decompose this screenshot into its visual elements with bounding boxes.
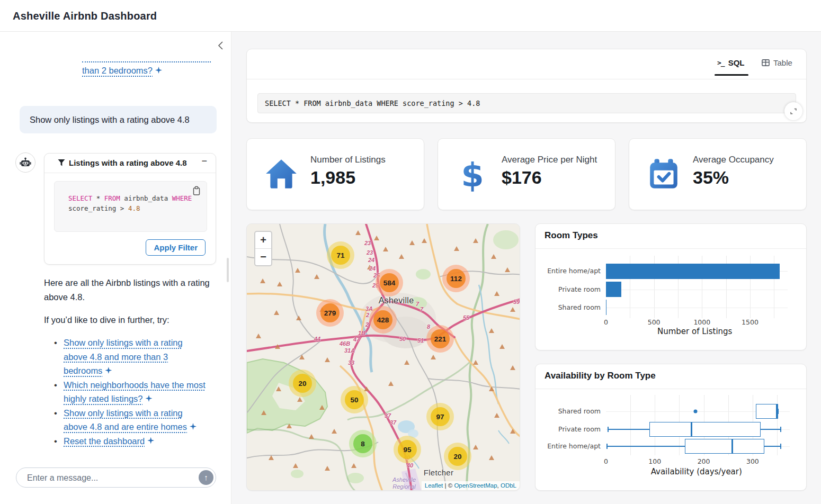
filter-result-card: Listings with a rating above 4.8 − SELEC… [44,153,216,265]
suggestion-link[interactable]: Which neighborhoods have the most highly… [64,380,206,404]
sql-query-text: SELECT * FROM airbnb_data WHERE score_ra… [68,193,192,213]
suggestion-link[interactable]: Show only listings with a rating above 4… [64,338,183,375]
filter-card-title: Listings with a rating above 4.8 [69,158,187,167]
suggestion-link-truncated[interactable]: than 2 bedrooms? [82,66,153,75]
clipboard-icon [192,186,201,196]
box-whisker [606,446,685,447]
cluster-marker-count: 50 [345,390,364,409]
airport-label: AshevilleRegionalAirport [392,476,416,491]
sql-panel: >_ SQL Table SELECT * FROM airbnb_data W… [246,49,807,123]
chevron-left-icon [216,40,227,51]
filter-card-header: Listings with a rating above 4.8 − [44,154,216,173]
axis-category-label: Private room [537,425,601,433]
tab-table[interactable]: Table [762,58,792,67]
axis-tick-label: 300 [746,457,759,465]
message-input[interactable] [26,468,187,488]
sql-keyword: FROM [104,194,120,202]
chat-scrollbar-thumb[interactable] [227,258,229,282]
cluster-marker-count: 95 [398,440,417,459]
expand-icon [789,107,798,115]
collapse-panel-button[interactable] [216,40,227,51]
stat-value: $176 [502,167,542,188]
route-shield-label: 37 [385,412,391,419]
route-shield-label: 23 [367,249,373,256]
sql-query-bar: SELECT * FROM airbnb_data WHERE score_ra… [257,93,796,113]
cluster-marker[interactable]: 584 [376,269,403,296]
cluster-marker-count: 584 [380,273,399,292]
cluster-marker-count: 20 [448,447,467,466]
stat-card-listings: Number of Listings 1,985 [246,138,424,210]
axis-tick-label: 200 [698,457,710,465]
dollar-icon: $ [455,157,490,192]
sql-code-block: SELECT * FROM airbnb_data WHERE score_ra… [54,181,207,232]
robot-icon [19,156,32,169]
copy-button[interactable] [192,186,201,198]
apply-filter-button[interactable]: Apply Filter [146,239,206,256]
cluster-marker[interactable]: 95 [394,436,421,463]
suggestion-list: Show only listings with a rating above 4… [53,336,212,448]
cluster-marker-count: 8 [353,434,372,453]
user-message-text: Show only listings with a rating above 4… [30,115,190,125]
outlier-point [693,410,697,413]
axis-category-label: Shared room [537,303,601,311]
cluster-marker[interactable]: 279 [316,299,344,327]
page-title: Asheville Airbnb Dashboard [13,0,157,32]
house-icon [264,157,299,192]
stat-value: 35% [693,167,729,188]
axis-tick-label: 500 [648,318,661,326]
map[interactable]: + − 2323242425253A221B444746B31A33505187… [246,223,520,491]
cluster-marker[interactable]: 8 [349,430,377,457]
bot-avatar [15,152,35,173]
cluster-marker[interactable]: 50 [341,386,368,413]
cluster-marker[interactable]: 428 [369,306,397,334]
osm-link[interactable]: OpenStreetMap [454,482,497,489]
send-button[interactable]: ↑ [199,470,213,485]
odbl-link[interactable]: ODbL [501,482,516,489]
list-item: Reset the dashboard [53,434,206,448]
route-shield-label: 44 [314,336,320,342]
calendar-check-icon [646,157,681,192]
cluster-marker[interactable]: 20 [289,370,316,397]
zoom-in-button[interactable]: + [255,232,271,248]
route-shield-label: 55 [463,314,469,321]
route-shield-label: 47 [353,336,360,343]
suggestion-link[interactable]: Reset the dashboard [64,436,145,446]
cluster-marker[interactable]: 221 [426,325,454,353]
user-message-bubble: Show only listings with a rating above 4… [20,106,217,133]
cluster-marker[interactable]: 20 [444,443,471,470]
message-input-wrapper: ↑ [16,467,216,488]
axis-tick-label: 0 [604,457,608,465]
arrow-up-icon: ↑ [204,473,208,482]
route-shield-label: 7 [420,306,423,312]
box-whisker [764,446,781,447]
truncated-suggestion: than 2 bedrooms? [82,61,211,76]
cluster-marker[interactable]: 71 [327,241,354,269]
leaflet-link[interactable]: Leaflet [425,482,443,489]
box-median [731,439,733,454]
sql-keyword: SELECT [68,194,92,202]
suggestion-link[interactable]: Show only listings with a rating above 4… [64,408,187,432]
collapse-card-button[interactable]: − [201,156,207,167]
route-shield-label: 50 [399,336,406,342]
sparkle-icon [147,437,154,444]
zoom-out-button[interactable]: − [255,249,271,265]
cluster-marker[interactable]: 112 [442,265,470,292]
whisker-cap [608,427,609,432]
tab-sql[interactable]: >_ SQL [717,58,745,67]
terminal-icon: >_ [717,59,725,67]
sql-text: airbnb_data [120,194,172,202]
stat-label: Average Price per Night [502,155,597,165]
cluster-marker[interactable]: 97 [426,403,454,430]
copyright-symbol: © [448,482,454,489]
whisker-cap [780,427,781,432]
list-item: Show only listings with a rating above 4… [53,406,206,434]
expand-button[interactable] [784,102,802,120]
sparkle-icon [155,67,162,74]
sql-keyword: WHERE [172,194,192,202]
cluster-marker-count: 221 [431,329,450,348]
route-shield-label: 2 [366,312,369,318]
route-shield-label: 51 [417,337,424,344]
axis-category-label: Entire home/apt [537,267,601,275]
x-axis-label: Number of Listings [657,327,732,336]
box [685,439,764,454]
